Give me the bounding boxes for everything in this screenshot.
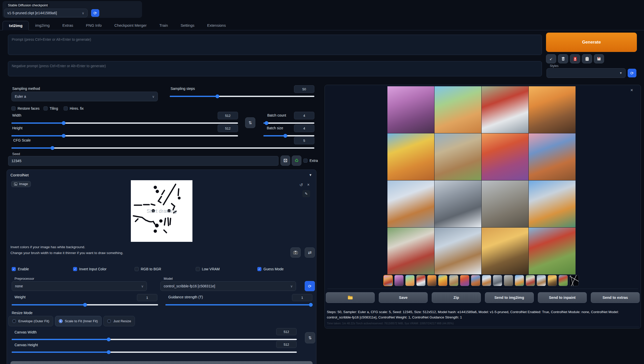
send-to-img2img-button[interactable]: Send to img2img: [485, 292, 534, 303]
tab-txt2img[interactable]: txt2img: [3, 21, 29, 30]
seed-input[interactable]: [8, 156, 278, 166]
controlnet-canvas[interactable]: Start drawing: [131, 180, 192, 242]
checkpoint-refresh-button[interactable]: ⟳: [91, 9, 99, 17]
restore-faces-checkbox[interactable]: Restore faces: [11, 106, 39, 110]
controlnet-image-tab[interactable]: Image: [11, 181, 31, 187]
styles-dropdown[interactable]: ▼: [547, 68, 626, 78]
invert-input-color-checkbox[interactable]: Invert Input Color: [73, 267, 106, 271]
weight-input[interactable]: [137, 294, 157, 301]
tab-train[interactable]: Train: [153, 21, 174, 30]
thumbnail[interactable]: [460, 275, 469, 286]
thumbnail[interactable]: [504, 275, 513, 286]
resize-option-just-resize[interactable]: Just Resize: [103, 316, 135, 326]
checkpoint-dropdown[interactable]: v1-5-pruned.ckpt [e1441589a6] ∨: [4, 9, 88, 17]
tab-settings[interactable]: Settings: [174, 21, 201, 30]
thumbnail[interactable]: [438, 275, 447, 286]
batch-size-input[interactable]: [294, 124, 314, 132]
thumbnail[interactable]: [394, 275, 404, 286]
low-vram-checkbox[interactable]: Low VRAM: [196, 267, 220, 271]
checkbox-box[interactable]: [257, 267, 261, 271]
radio-icon[interactable]: [107, 319, 111, 323]
batch-count-input[interactable]: [294, 112, 314, 119]
tab-extras[interactable]: Extras: [56, 21, 80, 30]
guidance-strength-input[interactable]: [292, 294, 312, 301]
clear-prompt-button[interactable]: [558, 54, 568, 63]
width-slider[interactable]: [11, 121, 238, 125]
tab-img2img[interactable]: img2img: [29, 21, 56, 30]
controlnet-enable-checkbox[interactable]: Enable: [12, 267, 29, 271]
controlnet-model-refresh-button[interactable]: ⟳: [305, 281, 315, 291]
save-style-button[interactable]: [594, 54, 604, 63]
checkbox-box[interactable]: [12, 267, 16, 271]
thumbnail[interactable]: [548, 275, 557, 286]
resize-option-envelope[interactable]: Envelope (Outer Fit): [8, 316, 53, 326]
webcam-button[interactable]: [290, 247, 301, 258]
swap-canvas-dimensions-button[interactable]: ⇅: [305, 332, 315, 343]
gallery-image[interactable]: [529, 180, 576, 227]
checkbox-box[interactable]: [44, 106, 48, 110]
width-input[interactable]: [218, 112, 238, 119]
send-to-inpaint-button[interactable]: Send to inpaint: [538, 292, 587, 303]
tab-extensions[interactable]: Extensions: [201, 21, 232, 30]
close-results-icon[interactable]: ×: [630, 88, 633, 93]
height-slider[interactable]: [11, 134, 238, 138]
prompt-input[interactable]: [8, 35, 542, 55]
thumbnail[interactable]: [515, 275, 524, 286]
zip-button[interactable]: Zip: [432, 292, 481, 303]
sampling-steps-input[interactable]: [294, 85, 314, 93]
checkbox-box[interactable]: [303, 159, 307, 163]
checkbox-box[interactable]: [64, 106, 68, 110]
thumbnail[interactable]: [449, 275, 458, 286]
extra-networks-button[interactable]: [570, 54, 580, 63]
gallery-image[interactable]: [387, 180, 434, 227]
generate-button[interactable]: Generate: [546, 33, 637, 52]
thumbnail[interactable]: [482, 275, 491, 286]
thumbnail[interactable]: [405, 275, 415, 286]
canvas-height-input[interactable]: [276, 341, 297, 348]
cfg-scale-input[interactable]: [294, 137, 314, 144]
thumbnail[interactable]: [471, 275, 480, 286]
gallery-image[interactable]: [435, 228, 481, 274]
undo-icon[interactable]: ↺: [300, 183, 303, 187]
thumbnail[interactable]: [416, 275, 426, 286]
negative-prompt-input[interactable]: [8, 61, 542, 76]
gallery-image[interactable]: [435, 86, 481, 133]
thumbnail[interactable]: [493, 275, 502, 286]
guess-mode-checkbox[interactable]: Guess Mode: [257, 267, 284, 271]
rgb-to-bgr-checkbox[interactable]: RGB to BGR: [135, 267, 161, 271]
tab-png-info[interactable]: PNG Info: [80, 21, 108, 30]
tiling-checkbox[interactable]: Tiling: [44, 106, 58, 110]
save-button[interactable]: Save: [379, 292, 428, 303]
thumbnail-grid[interactable]: [383, 275, 393, 286]
gallery-image[interactable]: [482, 133, 528, 180]
radio-icon[interactable]: [12, 319, 16, 323]
thumbnail[interactable]: [537, 275, 546, 286]
gallery-image[interactable]: [435, 180, 481, 227]
gallery-image[interactable]: [529, 86, 576, 133]
gallery-image[interactable]: [435, 133, 481, 180]
swap-width-height-button[interactable]: ⇅: [245, 117, 255, 128]
brush-tool-button[interactable]: ✎: [302, 190, 310, 197]
checkbox-box[interactable]: [11, 106, 16, 110]
open-folder-button[interactable]: [326, 292, 375, 303]
controlnet-model-dropdown[interactable]: control_scribble-fp16 [c508311e] ∨: [160, 281, 296, 291]
cfg-scale-slider[interactable]: [11, 146, 314, 150]
thumbnail-scribble[interactable]: [569, 275, 579, 286]
styles-refresh-button[interactable]: ⟳: [628, 69, 636, 77]
reuse-seed-button[interactable]: ♻: [292, 156, 301, 166]
resize-option-scale-to-fit[interactable]: Scale to Fit (Inner Fit): [55, 316, 102, 326]
canvas-width-input[interactable]: [276, 328, 297, 335]
seed-extra-checkbox[interactable]: Extra: [303, 159, 318, 163]
canvas-height-slider[interactable]: [12, 350, 297, 354]
height-input[interactable]: [218, 124, 238, 132]
sampling-method-dropdown[interactable]: Euler a ∨: [11, 92, 158, 101]
checkbox-box[interactable]: [135, 267, 139, 271]
thumbnail[interactable]: [427, 275, 437, 286]
mirror-webcam-button[interactable]: ⇄: [305, 247, 315, 258]
canvas-width-slider[interactable]: [12, 337, 297, 341]
checkbox-box[interactable]: [73, 267, 77, 271]
radio-icon[interactable]: [59, 319, 63, 323]
gallery-image[interactable]: [387, 86, 434, 133]
tab-checkpoint-merger[interactable]: Checkpoint Merger: [108, 21, 153, 30]
checkbox-box[interactable]: [196, 267, 200, 271]
